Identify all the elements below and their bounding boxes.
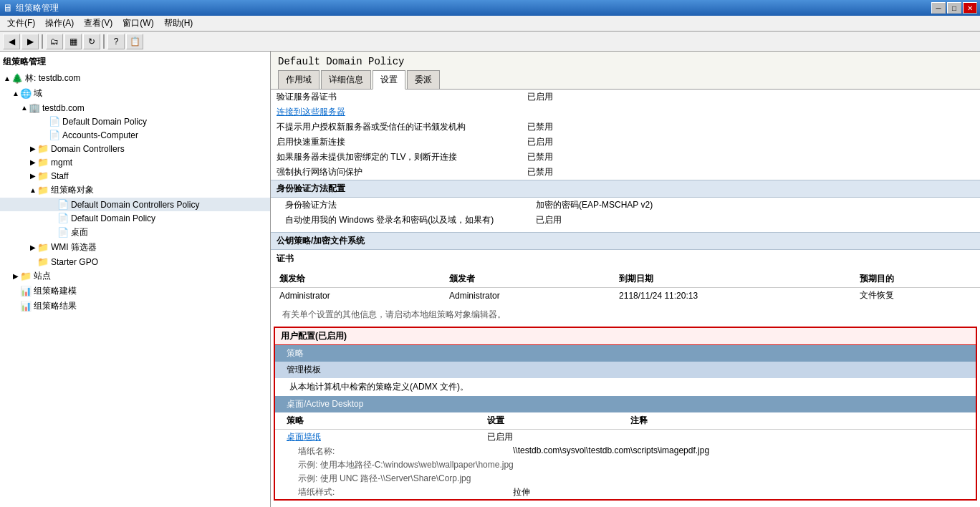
expand-results[interactable] (11, 302, 20, 310)
tree-header: 组策略管理 (0, 54, 270, 71)
tabs-bar: 作用域 详细信息 设置 委派 (271, 70, 980, 90)
tab-details[interactable]: 详细信息 (321, 70, 371, 89)
col-issued-to: 颁发给 (271, 271, 441, 288)
menu-window[interactable]: 窗口(W) (118, 16, 158, 31)
row-auth-method: 身份验证方法 加密的密码(EAP-MSCHAP v2) (271, 198, 980, 213)
menu-view[interactable]: 查看(V) (80, 16, 117, 31)
expand-gpo[interactable]: ▲ (29, 186, 37, 194)
expand-domain[interactable]: ▲ (11, 90, 20, 97)
tree-label-root: 林: testdb.com (25, 72, 80, 84)
wallpaper-setting: 已启用 (487, 431, 630, 443)
tree-label-ddcp: Default Domain Controllers Policy (71, 200, 199, 210)
tree-item-domain[interactable]: ▲ 🌐 域 (0, 86, 270, 101)
tab-scope[interactable]: 作用域 (278, 70, 320, 89)
maximize-button[interactable]: □ (947, 2, 961, 14)
export-button[interactable]: 📋 (126, 34, 143, 49)
content-area[interactable]: 验证服务器证书 已启用 连接到这些服务器 不提示用户授权新服务器或受信任的证书颁… (271, 90, 980, 507)
tree-item-accounts[interactable]: 📄 Accounts-Computer (0, 128, 270, 142)
expand-modeling[interactable] (11, 287, 20, 295)
menu-file[interactable]: 文件(F) (3, 16, 39, 31)
row-disconnect-tlv: 如果服务器未提供加密绑定的 TLV，则断开连接 已禁用 (271, 150, 980, 165)
col-note: 注释 (630, 415, 964, 427)
ddp-icon: 📄 (49, 116, 60, 127)
expand-staff[interactable]: ▶ (29, 172, 37, 180)
tab-settings[interactable]: 设置 (373, 70, 405, 90)
tree-item-ddp2[interactable]: 📄 Default Domain Policy (0, 211, 270, 225)
col-issued-by: 颁发者 (441, 271, 610, 288)
window-controls: ─ □ ✕ (931, 2, 977, 14)
toolbar: ◀ ▶ 🗂 ▦ ↻ ? 📋 (0, 32, 980, 52)
expand-ddp[interactable] (40, 117, 49, 125)
tree-label-modeling: 组策略建模 (34, 285, 77, 297)
expand-root[interactable]: ▲ (3, 74, 11, 82)
tree-item-desktop[interactable]: 📄 桌面 (0, 225, 270, 240)
starter-icon: 📁 (37, 256, 49, 267)
cert-table: 颁发给 颁发者 到期日期 预期目的 Administrator Administ… (271, 271, 980, 303)
wallpaper-sub-example1: 示例: 使用本地路径-C:\windows\web\wallpaper\home… (275, 458, 976, 472)
tree-item-testdb[interactable]: ▲ 🏢 testdb.com (0, 101, 270, 115)
wallpaper-sub-example2: 示例: 使用 UNC 路径-\\Server\Share\Corp.jpg (275, 472, 976, 486)
expand-desktop[interactable] (49, 228, 57, 236)
ddcp-icon: 📄 (57, 199, 69, 210)
tree-item-modeling[interactable]: 📊 组策略建模 (0, 284, 270, 299)
details-button[interactable]: ▦ (64, 34, 82, 49)
policy-note: 有关单个设置的其他信息，请启动本地组策略对象编辑器。 (271, 306, 980, 324)
tree-item-ddp[interactable]: 📄 Default Domain Policy (0, 115, 270, 128)
back-button[interactable]: ◀ (3, 34, 20, 49)
expand-ddcp[interactable] (49, 201, 57, 208)
user-config-section: 用户配置(已启用) 策略 管理模板 从本地计算机中检索的策略定义(ADMX 文件… (274, 327, 977, 501)
col-purpose: 预期目的 (851, 271, 980, 288)
toolbar-separator-2 (103, 34, 105, 49)
minimize-button[interactable]: ─ (931, 2, 946, 14)
tree-item-dc[interactable]: ▶ 📁 Domain Controllers (0, 142, 270, 155)
expand-sites[interactable]: ▶ (11, 272, 20, 280)
forward-button[interactable]: ▶ (21, 34, 39, 49)
tree-item-staff[interactable]: ▶ 📁 Staff (0, 169, 270, 183)
wallpaper-policy-link[interactable]: 桌面墙纸 (287, 431, 487, 443)
tree-label-accounts: Accounts-Computer (62, 130, 138, 140)
col-policy: 策略 (287, 415, 487, 427)
cert-expiry: 2118/11/24 11:20:13 (610, 288, 851, 304)
results-icon: 📊 (20, 301, 32, 312)
tree-label-ddp: Default Domain Policy (62, 117, 147, 127)
refresh-button[interactable]: ↻ (83, 34, 100, 49)
auth-method-header: 身份验证方法配置 (271, 180, 980, 198)
tab-delegate[interactable]: 委派 (407, 70, 440, 89)
toolbar-separator-1 (42, 34, 43, 49)
wallpaper-sub-name: 墙纸名称: \\testdb.com\sysvol\testdb.com\scr… (275, 445, 976, 458)
expand-mgmt[interactable]: ▶ (29, 158, 37, 166)
tree-item-root[interactable]: ▲ 🌲 林: testdb.com (0, 71, 270, 86)
tree-item-gpo[interactable]: ▲ 📁 组策略对象 (0, 183, 270, 198)
expand-dc[interactable]: ▶ (29, 145, 37, 153)
policy-columns: 策略 设置 注释 (275, 412, 976, 430)
wallpaper-note (630, 431, 964, 443)
wallpaper-sub-style: 墙纸样式: 拉伸 (275, 486, 976, 499)
app-icon: 🖥 (3, 2, 13, 14)
root-icon: 🌲 (11, 73, 23, 84)
cert-subheader: 证书 (271, 250, 980, 268)
expand-accounts[interactable] (40, 131, 49, 139)
expand-ddp2[interactable] (49, 214, 57, 222)
desktop-tree-icon: 📄 (57, 227, 69, 238)
row-connect-servers: 连接到这些服务器 (271, 105, 980, 120)
expand-testdb[interactable]: ▲ (20, 104, 29, 112)
menu-help[interactable]: 帮助(H) (160, 16, 198, 31)
policy-title: Default Domain Policy (278, 56, 404, 67)
menu-action[interactable]: 操作(A) (41, 16, 78, 31)
tree-item-ddcp[interactable]: 📄 Default Domain Controllers Policy (0, 198, 270, 211)
close-button[interactable]: ✕ (963, 2, 977, 14)
tree-item-mgmt[interactable]: ▶ 📁 mgmt (0, 155, 270, 169)
browse-button[interactable]: 🗂 (46, 34, 63, 49)
main-container: 组策略管理 ▲ 🌲 林: testdb.com ▲ 🌐 域 ▲ 🏢 testdb… (0, 52, 980, 507)
expand-starter[interactable] (29, 258, 37, 266)
help-button[interactable]: ? (107, 34, 125, 49)
tree-item-results[interactable]: 📊 组策略结果 (0, 299, 270, 314)
tree-item-wmi[interactable]: ▶ 📁 WMI 筛选器 (0, 240, 270, 255)
tree-label-starter: Starter GPO (51, 257, 98, 267)
tree-label-mgmt: mgmt (51, 158, 72, 168)
tree-item-starter[interactable]: 📁 Starter GPO (0, 255, 270, 269)
expand-wmi[interactable]: ▶ (29, 243, 37, 251)
row-fast-reconnect: 启用快速重新连接 已启用 (271, 135, 980, 150)
tree-item-sites[interactable]: ▶ 📁 站点 (0, 269, 270, 284)
mgmt-icon: 📁 (37, 157, 49, 168)
